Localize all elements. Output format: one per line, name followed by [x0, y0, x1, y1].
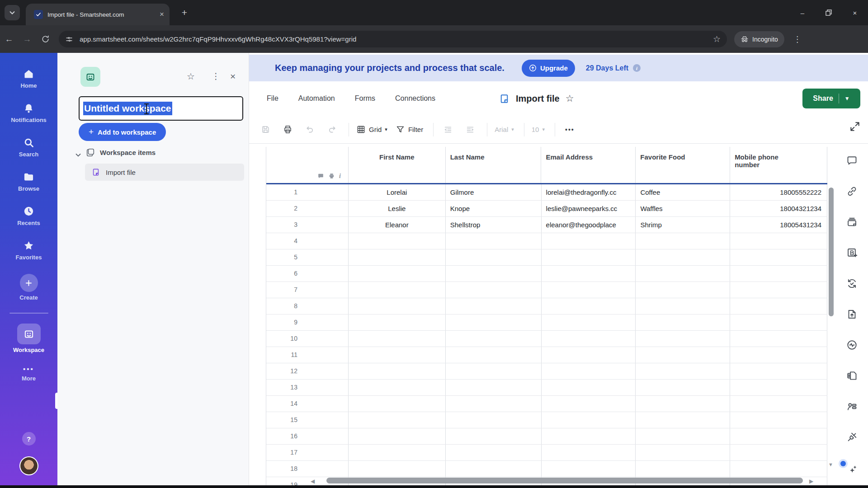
cell-first-name-r11[interactable]: [349, 347, 446, 363]
cell-last-name-r13[interactable]: [446, 380, 542, 395]
cell-email-address-r2[interactable]: leslie@pawneeparks.cc: [542, 201, 636, 216]
bold-plus-icon[interactable]: [846, 247, 858, 259]
cell-first-name-r10[interactable]: [349, 331, 446, 347]
view-selector[interactable]: Grid ▾: [356, 125, 387, 134]
cell-last-name-r3[interactable]: Shellstrop: [446, 217, 542, 233]
help-button[interactable]: ?: [22, 432, 36, 446]
cell-favorite-food-r12[interactable]: [636, 363, 730, 379]
toolbar-more-button[interactable]: •••: [565, 126, 575, 133]
print-button[interactable]: [280, 122, 295, 137]
workspace-items-header[interactable]: Workspace items: [75, 147, 156, 157]
window-restore-button[interactable]: [816, 0, 842, 25]
cell-favorite-food-r14[interactable]: [636, 396, 730, 412]
cell-mobile-phone-number-r5[interactable]: [730, 249, 827, 265]
address-bar[interactable]: app.smartsheet.com/sheets/w2G2hrc7qFqP9H…: [59, 31, 727, 47]
file-upload-icon[interactable]: [846, 308, 858, 320]
cell-last-name-r4[interactable]: [446, 233, 542, 249]
row-number[interactable]: 17: [266, 445, 349, 460]
cell-email-address-r18[interactable]: [542, 461, 636, 477]
cell-first-name-r17[interactable]: [349, 445, 446, 460]
cell-email-address-r15[interactable]: [542, 412, 636, 428]
cell-favorite-food-r7[interactable]: [636, 282, 730, 298]
scroll-right-arrow[interactable]: ▶: [809, 478, 813, 484]
cell-first-name-r13[interactable]: [349, 380, 446, 395]
cell-mobile-phone-number-r16[interactable]: [730, 428, 827, 444]
cell-first-name-r4[interactable]: [349, 233, 446, 249]
row-number[interactable]: 4: [266, 233, 349, 249]
scroll-down-arrow[interactable]: ▼: [828, 462, 833, 467]
window-minimize-button[interactable]: –: [789, 0, 816, 25]
site-info-icon[interactable]: [65, 35, 75, 43]
rail-item-notifications[interactable]: Notifications: [4, 102, 54, 123]
cell-last-name-r14[interactable]: [446, 396, 542, 412]
cell-last-name-r7[interactable]: [446, 282, 542, 298]
scroll-left-arrow[interactable]: ◀: [311, 478, 315, 484]
cell-last-name-r6[interactable]: [446, 266, 542, 282]
cell-email-address-r1[interactable]: lorelai@thedragonfly.cc: [542, 184, 636, 200]
save-button[interactable]: [258, 122, 273, 137]
row-number[interactable]: 12: [266, 363, 349, 379]
menu-connections[interactable]: Connections: [395, 94, 435, 103]
column-header-first-name[interactable]: First Name: [349, 147, 446, 183]
cell-first-name-r2[interactable]: Leslie: [349, 201, 446, 216]
browser-menu-kebab-icon[interactable]: ⋮: [791, 34, 804, 44]
row-number[interactable]: 1: [266, 184, 349, 200]
user-avatar[interactable]: [19, 456, 38, 475]
person-list-icon[interactable]: [846, 400, 858, 413]
row-number[interactable]: 14: [266, 396, 349, 412]
chevron-down-icon[interactable]: [75, 150, 81, 154]
row-number[interactable]: 13: [266, 380, 349, 395]
cell-mobile-phone-number-r6[interactable]: [730, 266, 827, 282]
cell-first-name-r16[interactable]: [349, 428, 446, 444]
share-button[interactable]: Share ▼: [802, 89, 860, 108]
row-number[interactable]: 8: [266, 298, 349, 314]
menu-forms[interactable]: Forms: [355, 94, 375, 103]
cell-favorite-food-r11[interactable]: [636, 347, 730, 363]
cell-favorite-food-r15[interactable]: [636, 412, 730, 428]
horizontal-scrollbar-thumb[interactable]: [326, 478, 803, 483]
expand-fullscreen-icon[interactable]: [849, 121, 861, 132]
cell-last-name-r1[interactable]: Gilmore: [446, 184, 542, 200]
rail-item-create[interactable]: Create: [4, 274, 54, 301]
row-number[interactable]: 9: [266, 314, 349, 330]
column-header-favorite-food[interactable]: Favorite Food: [636, 147, 730, 183]
cell-email-address-r11[interactable]: [542, 347, 636, 363]
filter-button[interactable]: Filter: [396, 125, 423, 134]
cell-mobile-phone-number-r13[interactable]: [730, 380, 827, 395]
row-number[interactable]: 16: [266, 428, 349, 444]
upgrade-button[interactable]: Upgrade: [522, 60, 575, 77]
cell-mobile-phone-number-r8[interactable]: [730, 298, 827, 314]
rail-item-favorites[interactable]: Favorites: [4, 239, 54, 261]
document-list-icon[interactable]: [846, 370, 858, 382]
window-close-button[interactable]: ×: [842, 0, 868, 25]
cell-mobile-phone-number-r11[interactable]: [730, 347, 827, 363]
row-number[interactable]: 18: [266, 461, 349, 477]
reload-button[interactable]: [36, 35, 54, 43]
cell-email-address-r7[interactable]: [542, 282, 636, 298]
rail-item-workspace[interactable]: Workspace: [4, 324, 54, 353]
row-number[interactable]: 3: [266, 217, 349, 233]
cell-email-address-r3[interactable]: eleanor@thegoodplace: [542, 217, 636, 233]
panel-kebab-icon[interactable]: ⋮: [212, 71, 220, 81]
cell-first-name-r15[interactable]: [349, 412, 446, 428]
rail-item-search[interactable]: Search: [4, 136, 54, 158]
cell-favorite-food-r2[interactable]: Waffles: [636, 201, 730, 216]
cell-last-name-r15[interactable]: [446, 412, 542, 428]
cell-mobile-phone-number-r1[interactable]: 18005552222: [730, 184, 827, 200]
plug-icon[interactable]: [846, 431, 858, 443]
cell-favorite-food-r3[interactable]: Shrimp: [636, 217, 730, 233]
back-button[interactable]: ←: [0, 34, 18, 44]
favorite-star-icon[interactable]: ☆: [187, 71, 195, 82]
outdent-button[interactable]: [441, 122, 455, 137]
cell-mobile-phone-number-r15[interactable]: [730, 412, 827, 428]
cell-first-name-r8[interactable]: [349, 298, 446, 314]
cell-last-name-r17[interactable]: [446, 445, 542, 460]
row-number[interactable]: 6: [266, 266, 349, 282]
comments-icon[interactable]: [846, 155, 858, 167]
cell-favorite-food-r4[interactable]: [636, 233, 730, 249]
cell-last-name-r16[interactable]: [446, 428, 542, 444]
redo-button[interactable]: [325, 122, 339, 137]
cell-email-address-r4[interactable]: [542, 233, 636, 249]
cell-email-address-r13[interactable]: [542, 380, 636, 395]
cell-last-name-r11[interactable]: [446, 347, 542, 363]
